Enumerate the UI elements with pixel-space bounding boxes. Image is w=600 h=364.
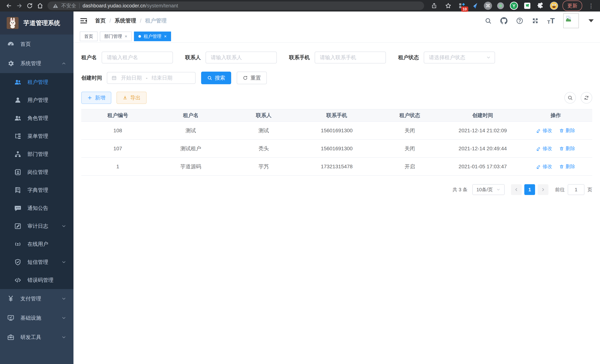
sidebar-item-notice[interactable]: 通知公告 — [0, 199, 74, 217]
tab-dept[interactable]: 部门管理 × — [100, 32, 132, 41]
tab-home[interactable]: 首页 — [80, 32, 98, 41]
profile-avatar-icon[interactable] — [549, 1, 559, 10]
prev-page-button[interactable] — [511, 184, 522, 195]
filter-row-2: 创建时间 开始日期 - 结束日期 搜索 重置 — [81, 72, 592, 84]
update-label: 更新 — [567, 3, 577, 9]
delete-link[interactable]: 删除 — [559, 127, 575, 134]
page-size-select[interactable]: 10条/页 — [472, 184, 505, 195]
tab-label: 首页 — [84, 33, 93, 39]
reset-button[interactable]: 重置 — [237, 72, 267, 84]
goto-page-input[interactable] — [568, 184, 584, 195]
breadcrumb-separator: / — [140, 18, 141, 24]
chevron-down-icon — [61, 335, 66, 340]
dictionary-icon — [14, 187, 21, 194]
breadcrumb: 首页 / 系统管理 / 租户管理 — [95, 17, 167, 25]
sidebar-item-dict[interactable]: 字典管理 — [0, 181, 74, 199]
sidebar-item-user[interactable]: 用户管理 — [0, 91, 74, 109]
reload-icon[interactable] — [25, 1, 35, 10]
col-header-status: 租户状态 — [373, 112, 446, 119]
chat-extension-icon[interactable] — [523, 1, 532, 10]
sidebar-item-infra[interactable]: 基础设施 — [0, 308, 74, 328]
main-area: 首页 / 系统管理 / 租户管理 TT — [74, 11, 600, 364]
add-button[interactable]: 新增 — [81, 92, 111, 104]
sidebar-item-label: 部门管理 — [28, 151, 48, 158]
font-size-icon[interactable]: TT — [547, 17, 555, 25]
security-label: 不安全 — [61, 2, 76, 9]
filter-status: 租户状态 — [398, 52, 495, 64]
svg-text:Y: Y — [512, 3, 516, 8]
browser-menu-icon[interactable]: ⋮ — [586, 1, 596, 10]
table-row: 107 测试租户 秃头 15601691300 关闭 2021-12-14 20… — [81, 140, 592, 158]
show-search-button[interactable] — [564, 92, 576, 103]
export-button[interactable]: 导出 — [116, 92, 147, 104]
sidebar-item-dept[interactable]: 部门管理 — [0, 145, 74, 163]
dashboard-icon — [7, 40, 14, 48]
back-icon[interactable] — [4, 1, 14, 10]
phone-input[interactable] — [315, 52, 386, 64]
total-count-label: 共 3 条 — [452, 187, 468, 193]
sidebar-item-error-code[interactable]: 错误码管理 — [0, 271, 74, 289]
recorder-extension-icon[interactable] — [496, 1, 505, 10]
refresh-table-button[interactable] — [581, 92, 592, 103]
contact-input[interactable] — [206, 52, 277, 64]
command-extension-icon[interactable]: ⌘ — [484, 2, 492, 10]
github-icon[interactable] — [500, 17, 508, 25]
reset-button-label: 重置 — [251, 75, 261, 82]
extension-grid-icon[interactable]: 10 — [457, 1, 467, 10]
col-header-id: 租户编号 — [81, 112, 154, 119]
help-icon[interactable] — [516, 17, 523, 24]
search-icon[interactable] — [485, 17, 492, 24]
collapse-sidebar-icon[interactable] — [80, 18, 88, 24]
sidebar-item-menu[interactable]: 菜单管理 — [0, 127, 74, 145]
edit-link[interactable]: 修改 — [536, 145, 552, 152]
page-1-button[interactable]: 1 — [524, 184, 535, 195]
edit-icon — [536, 146, 541, 151]
sidebar-item-tenant[interactable]: 租户管理 — [0, 73, 74, 91]
date-range-picker[interactable]: 开始日期 - 结束日期 — [107, 72, 196, 84]
code-icon — [14, 276, 21, 284]
start-date-placeholder: 开始日期 — [121, 75, 142, 82]
sidebar-item-online-users[interactable]: 在线用户 — [0, 235, 74, 253]
browser-update-button[interactable]: 更新 — [562, 0, 582, 11]
kite-extension-icon[interactable] — [470, 1, 480, 10]
y-logo-extension-icon[interactable]: Y — [509, 1, 519, 10]
sidebar-item-home[interactable]: 首页 — [0, 35, 74, 54]
sidebar-item-audit-log[interactable]: 审计日志 — [0, 217, 74, 235]
chevron-down-icon — [61, 315, 66, 321]
close-tab-icon[interactable]: × — [164, 34, 167, 39]
home-icon[interactable] — [35, 1, 45, 10]
sidebar-item-sms[interactable]: 短信管理 — [0, 253, 74, 271]
sidebar-item-system[interactable]: 系统管理 — [0, 54, 74, 73]
status-select-input[interactable] — [424, 52, 495, 64]
delete-link[interactable]: 删除 — [559, 163, 575, 170]
sidebar-item-dev-tools[interactable]: 研发工具 — [0, 328, 74, 347]
bookmark-star-icon[interactable] — [443, 1, 453, 10]
edit-link[interactable]: 修改 — [536, 127, 552, 134]
monitor-icon — [7, 314, 14, 322]
breadcrumb-system[interactable]: 系统管理 — [115, 17, 136, 25]
user-avatar[interactable] — [563, 13, 579, 28]
delete-link[interactable]: 删除 — [559, 145, 575, 152]
tenant-name-input[interactable] — [102, 52, 173, 64]
sidebar-item-post[interactable]: 岗位管理 — [0, 163, 74, 181]
avatar-dropdown-caret-icon[interactable] — [589, 19, 594, 22]
search-button[interactable]: 搜索 — [201, 72, 231, 84]
font-size-small-t: T — [547, 20, 550, 25]
created-label: 创建时间 — [81, 75, 102, 82]
forward-icon[interactable] — [14, 1, 25, 10]
share-icon[interactable] — [429, 1, 439, 10]
close-tab-icon[interactable]: × — [125, 34, 127, 39]
url-bar[interactable]: 不安全 dashboard.yudao.iocoder.cn/system/te… — [47, 1, 424, 10]
edit-link[interactable]: 修改 — [536, 163, 552, 170]
sidebar-item-label: 通知公告 — [28, 205, 48, 212]
tab-tenant[interactable]: 租户管理 × — [134, 32, 171, 41]
next-page-button[interactable] — [538, 184, 548, 195]
status-select[interactable] — [424, 52, 495, 64]
font-size-large-t: T — [550, 17, 555, 25]
puzzle-extensions-icon[interactable] — [536, 1, 545, 10]
fullscreen-icon[interactable] — [532, 17, 539, 24]
breadcrumb-home[interactable]: 首页 — [95, 17, 106, 25]
toolbox-icon — [7, 334, 14, 341]
sidebar-item-pay[interactable]: 支付管理 — [0, 289, 74, 308]
sidebar-item-role[interactable]: 角色管理 — [0, 109, 74, 127]
